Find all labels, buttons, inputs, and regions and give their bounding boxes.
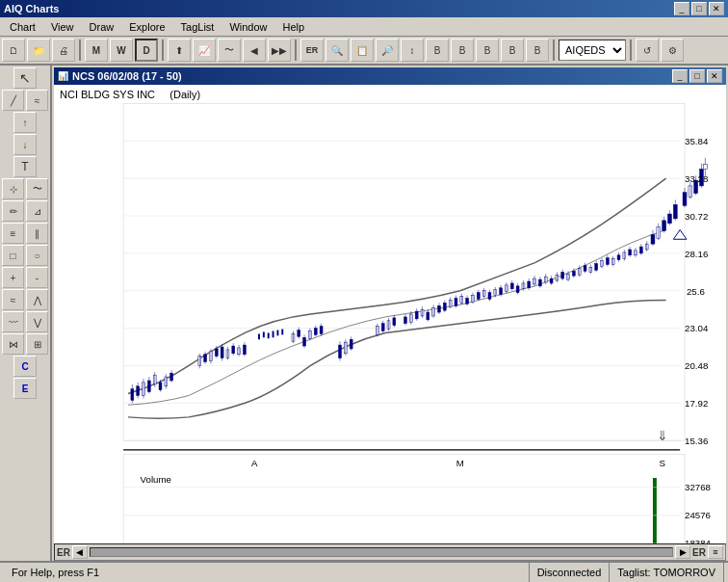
new-button[interactable]: 🗋 — [2, 39, 25, 62]
forward-button[interactable]: ▶▶ — [268, 39, 291, 62]
text-tool[interactable]: T — [13, 156, 37, 177]
left-toolbar: ↖ ╱ ≈ ↑ ↓ T ⊹ 〜 ✏ ⊿ ≡ ∥ □ ○ + - ≈ ⋀ — [0, 66, 52, 561]
tag4-tool[interactable]: ⋁ — [26, 311, 48, 332]
chart-title-bar: 📊 NCS 06/02/08 (17 - 50) _ □ ✕ — [54, 67, 726, 85]
wave-button[interactable]: 〜 — [218, 39, 241, 62]
fan-tool[interactable]: ⊿ — [26, 200, 48, 222]
menu-draw[interactable]: Draw — [82, 19, 122, 35]
down-arrow-tool[interactable]: ↓ — [13, 134, 37, 155]
back-button[interactable]: ◀ — [243, 39, 266, 62]
dash-tool[interactable]: ≈ — [26, 90, 48, 111]
tag5-tool[interactable]: ⋈ — [2, 333, 24, 355]
arrows-button[interactable]: ↕ — [401, 39, 424, 62]
connection-status: Disconnected — [537, 567, 602, 578]
close-button[interactable]: ✕ — [709, 2, 724, 15]
c-tool[interactable]: C — [13, 356, 37, 377]
search-button[interactable]: 🔍 — [325, 39, 349, 62]
maximize-button[interactable]: □ — [691, 2, 707, 15]
refresh-button[interactable]: ↺ — [636, 39, 659, 62]
tag2-tool[interactable]: ⋀ — [26, 289, 48, 310]
b3-button[interactable]: B — [476, 39, 499, 62]
pencil-tool[interactable]: ✏ — [2, 200, 24, 222]
svg-text:33.28: 33.28 — [685, 173, 708, 184]
print-button[interactable]: 🖨 — [52, 39, 75, 62]
zoom-out-tool[interactable]: - — [26, 267, 48, 288]
tool-pair-7: ≈ ⋀ — [2, 289, 48, 310]
svg-text:24576: 24576 — [685, 510, 711, 520]
chart-close-button[interactable]: ✕ — [707, 69, 722, 83]
wand-tool[interactable]: ⊹ — [2, 178, 24, 199]
svg-text:30.72: 30.72 — [685, 211, 708, 222]
tool-pair-5: □ ○ — [2, 245, 48, 266]
svg-text:32768: 32768 — [685, 482, 711, 492]
open-button[interactable]: 📁 — [27, 39, 50, 62]
svg-text:17.92: 17.92 — [685, 398, 708, 409]
separator-3 — [295, 40, 297, 61]
b2-button[interactable]: B — [451, 39, 474, 62]
wave-tool[interactable]: 〜 — [26, 178, 48, 199]
chart-svg: A M S Volume — [54, 85, 726, 543]
b4-button[interactable]: B — [501, 39, 524, 62]
daily-button[interactable]: D — [135, 39, 158, 62]
tag6-tool[interactable]: ⊞ — [26, 333, 48, 355]
minimize-button[interactable]: _ — [674, 2, 689, 15]
app-title: AIQ Charts — [4, 3, 59, 14]
er-button[interactable]: ER — [300, 39, 324, 62]
separator-1 — [79, 40, 81, 61]
chart-window-controls[interactable]: _ □ ✕ — [672, 69, 722, 83]
e-tool[interactable]: E — [13, 378, 37, 399]
help-segment: For Help, press F1 — [4, 563, 530, 582]
tool-pair-9: ⋈ ⊞ — [2, 333, 48, 355]
b5-button[interactable]: B — [526, 39, 549, 62]
tool-pair-2: ⊹ 〜 — [2, 178, 48, 199]
chart-window: 📊 NCS 06/02/08 (17 - 50) _ □ ✕ NCI BLDG … — [52, 66, 728, 561]
arrow-tool[interactable]: ↖ — [13, 67, 37, 89]
scroll-track[interactable] — [90, 547, 673, 557]
zoom-in-tool[interactable]: + — [2, 267, 24, 288]
up-arrow-tool[interactable]: ↑ — [13, 112, 37, 133]
menu-taglist[interactable]: TagList — [173, 19, 222, 35]
svg-text:23.04: 23.04 — [685, 323, 709, 333]
b1-button[interactable]: B — [426, 39, 449, 62]
settings-button[interactable]: ⚙ — [661, 39, 684, 62]
zoom-button[interactable]: 🔎 — [376, 39, 399, 62]
menu-view[interactable]: View — [43, 19, 82, 35]
scroll-end-button[interactable]: ≡ — [708, 545, 723, 559]
menu-window[interactable]: Window — [221, 19, 274, 35]
channel-tool[interactable]: ∥ — [26, 223, 48, 244]
report-button[interactable]: 📋 — [351, 39, 374, 62]
er-left-label: ER — [57, 547, 70, 558]
box-tool[interactable]: □ — [2, 245, 24, 266]
ellipse-tool[interactable]: ○ — [26, 245, 48, 266]
svg-text:M: M — [456, 458, 464, 468]
menu-help[interactable]: Help — [275, 19, 313, 35]
company-name: NCI BLDG SYS INC (Daily) — [60, 89, 200, 100]
tag3-tool[interactable]: 〰 — [2, 311, 24, 332]
scroll-right-button[interactable]: ▶ — [675, 545, 690, 559]
chart-content[interactable]: NCI BLDG SYS INC (Daily) — [54, 85, 726, 543]
svg-text:35.84: 35.84 — [685, 136, 709, 146]
tag1-tool[interactable]: ≈ — [2, 289, 24, 310]
menu-explore[interactable]: Explore — [121, 19, 172, 35]
svg-rect-1 — [123, 455, 685, 543]
window-controls[interactable]: _ □ ✕ — [674, 2, 724, 15]
symbol-combo[interactable]: AIQEDS — [559, 40, 626, 61]
tool-pair-6: + - — [2, 267, 48, 288]
weekly-button[interactable]: W — [110, 39, 133, 62]
chart-maximize-button[interactable]: □ — [689, 69, 705, 83]
menu-chart[interactable]: Chart — [2, 19, 43, 35]
scroll-left-button[interactable]: ◀ — [72, 545, 88, 559]
svg-text:18384: 18384 — [685, 538, 712, 543]
line-tool[interactable]: ╱ — [2, 90, 24, 111]
monthly-button[interactable]: M — [85, 39, 108, 62]
chart-scrollbar[interactable]: ER ◀ ▶ ER ≡ — [54, 543, 726, 561]
retracement-tool[interactable]: ≡ — [2, 223, 24, 244]
svg-rect-0 — [123, 103, 685, 440]
indicator2-button[interactable]: 📈 — [193, 39, 216, 62]
chart-minimize-button[interactable]: _ — [672, 69, 688, 83]
tool-pair-8: 〰 ⋁ — [2, 311, 48, 332]
indicator1-button[interactable]: ⬆ — [168, 39, 191, 62]
toolbar: 🗋 📁 🖨 M W D ⬆ 📈 〜 ◀ ▶▶ ER 🔍 📋 🔎 ↕ B B B … — [0, 37, 728, 66]
status-bar: For Help, press F1 Disconnected Taglist:… — [0, 561, 728, 582]
svg-rect-284 — [653, 478, 657, 543]
